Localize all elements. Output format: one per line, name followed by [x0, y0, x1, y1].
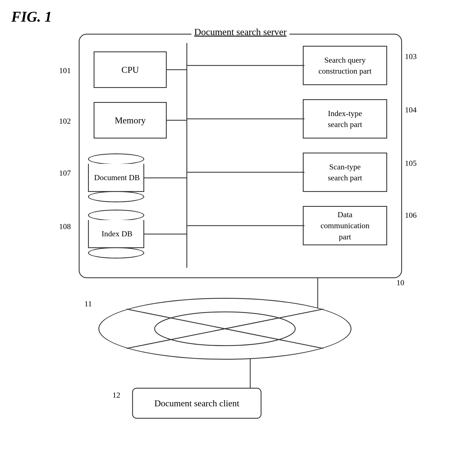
memory-box: Memory — [94, 102, 167, 139]
ref-12: 12 — [112, 391, 120, 400]
ref-105: 105 — [405, 159, 417, 168]
cpu-box: CPU — [94, 51, 167, 88]
figure-label: FIG. 1 — [11, 8, 52, 25]
index-type-box: Index-type search part — [303, 99, 387, 139]
diagram: Document search server CPU Memory Docume… — [56, 34, 436, 469]
network-area — [98, 298, 351, 360]
ref-108: 108 — [59, 222, 71, 231]
ref-107: 107 — [59, 169, 71, 178]
document-db: Document DB — [88, 153, 144, 203]
server-box: Document search server CPU Memory Docume… — [79, 34, 402, 278]
bus-line — [186, 43, 187, 268]
ref-11: 11 — [84, 299, 92, 308]
index-db: Index DB — [88, 209, 144, 259]
ref-106: 106 — [405, 211, 417, 220]
network-svg — [98, 298, 351, 360]
ref-101: 101 — [59, 66, 71, 75]
network-to-client-line — [56, 358, 436, 392]
server-title: Document search server — [191, 27, 290, 37]
search-query-box: Search query construction part — [303, 46, 387, 85]
ref-104: 104 — [405, 105, 417, 114]
scan-type-box: Scan-type search part — [303, 153, 387, 192]
ref-102: 102 — [59, 117, 71, 126]
ref-103: 103 — [405, 52, 417, 61]
data-comm-box: Data communication part — [303, 206, 387, 245]
client-box: Document search client — [132, 388, 261, 419]
